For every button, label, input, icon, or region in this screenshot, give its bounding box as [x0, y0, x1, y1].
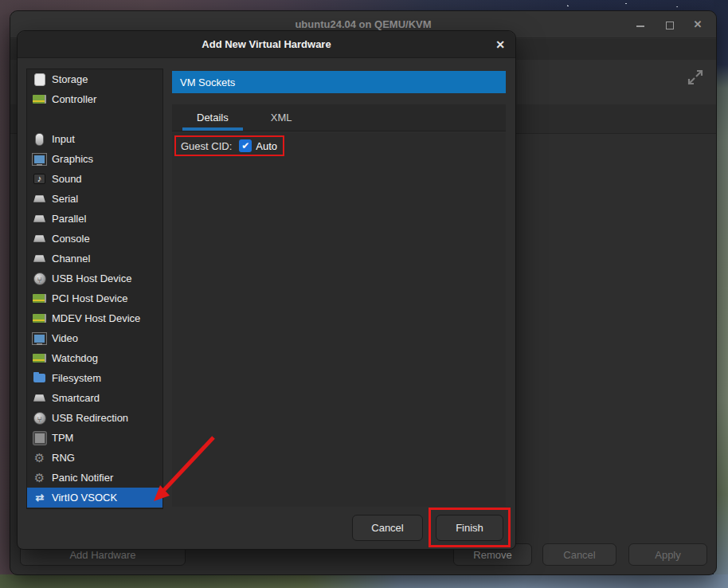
connector-icon [33, 391, 46, 405]
vm-cancel-button: Cancel [542, 543, 616, 566]
sidebar-item-label: Console [52, 233, 90, 245]
sidebar-item-label: Channel [52, 253, 90, 265]
sidebar-item-label: Smartcard [52, 392, 100, 404]
sidebar-item-label: Sound [52, 173, 82, 185]
dialog-titlebar[interactable]: Add New Virtual Hardware ✕ [18, 31, 515, 58]
sidebar-item-graphics[interactable]: Graphics [27, 149, 162, 169]
sidebar-item-panic-notifier[interactable]: ⚙ Panic Notifier [27, 468, 162, 488]
gear-icon: ⚙ [33, 451, 46, 465]
sidebar-item-watchdog[interactable]: Watchdog [27, 348, 162, 368]
sidebar-item-usb-host-device[interactable]: USB Host Device [27, 269, 162, 288]
sidebar-item-smartcard[interactable]: Smartcard [27, 388, 162, 408]
connector-icon [33, 212, 46, 225]
auto-cid-checkbox[interactable]: ✔ [239, 139, 252, 152]
dialog-cancel-label: Cancel [371, 522, 403, 534]
sidebar-item-video[interactable]: Video [27, 328, 162, 348]
tab-details[interactable]: Details [179, 104, 246, 131]
apply-button: Apply [628, 543, 707, 566]
tab-details-label: Details [197, 112, 229, 123]
sidebar-item-mdev-host-device[interactable]: MDEV Host Device [27, 308, 162, 328]
vsock-icon: ⇄ [33, 491, 46, 504]
guest-cid-annotation-box: Guest CID: ✔ Auto [174, 135, 284, 156]
details-tab-content: Guest CID: ✔ Auto [172, 132, 506, 507]
close-icon[interactable]: ✕ [692, 19, 703, 30]
connector-icon [33, 232, 46, 245]
dialog-cancel-button[interactable]: Cancel [352, 515, 423, 541]
sidebar-item-label: USB Host Device [52, 272, 131, 284]
tab-xml-label: XML [271, 112, 292, 123]
add-hardware-dialog: Add New Virtual Hardware ✕ Storage Contr… [17, 30, 516, 550]
storage-icon [33, 73, 46, 86]
card-icon [33, 312, 46, 325]
sidebar-item-parallel[interactable]: Parallel [27, 209, 162, 229]
sidebar-item-input[interactable]: Input [27, 129, 162, 149]
sidebar-item-label: Video [52, 332, 78, 344]
sidebar-item-label: Serial [52, 193, 78, 205]
sidebar-item-channel[interactable]: Channel [27, 249, 162, 269]
connector-icon [33, 192, 46, 206]
tab-xml[interactable]: XML [253, 104, 310, 131]
panel-tabbar: Details XML [172, 104, 506, 131]
sidebar-item-label: RNG [52, 452, 75, 464]
dialog-title: Add New Virtual Hardware [202, 38, 331, 50]
sidebar-item-rng[interactable]: ⚙ RNG [27, 448, 162, 468]
sidebar-item-usb-redirection[interactable]: USB Redirection [27, 408, 162, 428]
vm-window-controls: ✕ [635, 11, 703, 38]
sidebar-item-label: Watchdog [52, 352, 98, 364]
sidebar-item-label: Parallel [52, 213, 86, 225]
dialog-finish-label: Finish [456, 522, 483, 534]
panel-header: VM Sockets [172, 71, 506, 93]
sidebar-item-console[interactable]: Console [27, 229, 162, 249]
panel-header-label: VM Sockets [180, 76, 235, 88]
sidebar-item-label: Panic Notifier [52, 472, 113, 484]
wallpaper-bottom-strip [0, 574, 728, 588]
sidebar-item-label: USB Redirection [52, 412, 128, 424]
vm-cancel-label: Cancel [563, 549, 595, 561]
maximize-icon[interactable] [663, 19, 675, 30]
sidebar-item-storage[interactable]: Storage [27, 69, 162, 89]
sidebar-item-label: Storage [52, 73, 88, 85]
checkmark-icon: ✔ [241, 139, 249, 152]
card-icon [33, 92, 46, 106]
sidebar-item-label: Input [52, 133, 75, 145]
sidebar-item-spacer [27, 109, 162, 129]
vm-window-title: ubuntu24.04 on QEMU/KVM [295, 18, 431, 30]
usb-icon [33, 272, 46, 285]
auto-cid-checkbox-label: Auto [256, 140, 277, 152]
hardware-type-list: Storage Controller Input Graphics Sound … [26, 69, 163, 509]
sidebar-item-virtio-vsock[interactable]: ⇄ VirtIO VSOCK [27, 488, 162, 508]
folder-icon [33, 371, 46, 385]
add-hardware-label: Add Hardware [69, 549, 135, 561]
card-icon [33, 351, 46, 365]
apply-label: Apply [655, 549, 681, 561]
sidebar-item-label: Filesystem [52, 372, 101, 384]
remove-label: Remove [473, 549, 511, 561]
desktop-wallpaper: ubuntu24.04 on QEMU/KVM ✕ Add Hardware R… [0, 0, 728, 588]
dialog-finish-button[interactable]: Finish [436, 515, 503, 541]
sidebar-item-sound[interactable]: Sound [27, 169, 162, 189]
connector-icon [33, 252, 46, 265]
sidebar-item-label: TPM [52, 432, 73, 444]
sidebar-item-label: PCI Host Device [52, 292, 127, 304]
dialog-close-icon[interactable]: ✕ [495, 31, 505, 58]
mouse-icon [33, 132, 46, 146]
minimize-icon[interactable] [635, 19, 646, 30]
sidebar-item-filesystem[interactable]: Filesystem [27, 368, 162, 388]
sidebar-item-pci-host-device[interactable]: PCI Host Device [27, 288, 162, 308]
sound-icon [33, 172, 46, 186]
no-icon [33, 112, 46, 126]
sidebar-item-tpm[interactable]: TPM [27, 428, 162, 448]
sidebar-item-label: VirtIO VSOCK [52, 492, 117, 504]
sidebar-item-label: Graphics [52, 153, 93, 165]
guest-cid-label: Guest CID: [181, 140, 232, 152]
card-icon [33, 292, 46, 305]
tpm-icon [33, 431, 46, 445]
sidebar-item-label: MDEV Host Device [52, 312, 140, 324]
sidebar-item-serial[interactable]: Serial [27, 189, 162, 209]
monitor-icon [33, 152, 46, 166]
sidebar-item-controller[interactable]: Controller [27, 89, 162, 109]
monitor-icon [33, 331, 46, 345]
gear-icon: ⚙ [33, 471, 46, 484]
usb-icon [33, 411, 46, 425]
fullscreen-expand-icon[interactable] [686, 68, 705, 89]
